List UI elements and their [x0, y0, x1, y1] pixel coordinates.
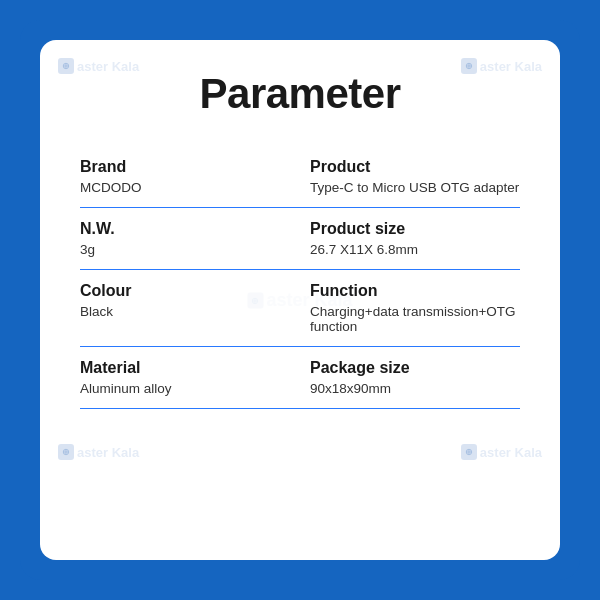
- param-cell-3: N.W.3g: [80, 208, 300, 270]
- params-grid: BrandMCDODOProductType-C to Micro USB OT…: [80, 146, 520, 409]
- param-value-1: MCDODO: [80, 180, 280, 195]
- param-cell-8: Package size90x18x90mm: [300, 347, 520, 409]
- param-label-5: Colour: [80, 282, 280, 300]
- param-label-4: Product size: [310, 220, 520, 238]
- param-label-1: Brand: [80, 158, 280, 176]
- parameter-card: ⊕ aster Kala ⊕ aster Kala ⊕ aster Kala ⊕…: [40, 40, 560, 560]
- param-label-8: Package size: [310, 359, 520, 377]
- param-cell-7: MaterialAluminum alloy: [80, 347, 300, 409]
- param-value-4: 26.7 X11X 6.8mm: [310, 242, 520, 257]
- param-label-6: Function: [310, 282, 520, 300]
- param-value-2: Type-C to Micro USB OTG adapter: [310, 180, 520, 195]
- param-label-3: N.W.: [80, 220, 280, 238]
- param-value-3: 3g: [80, 242, 280, 257]
- param-value-5: Black: [80, 304, 280, 319]
- param-cell-1: BrandMCDODO: [80, 146, 300, 208]
- param-cell-5: ColourBlack: [80, 270, 300, 347]
- watermark-icon-br: ⊕: [461, 444, 477, 460]
- param-value-8: 90x18x90mm: [310, 381, 520, 396]
- param-value-6: Charging+data transmission+OTG function: [310, 304, 520, 334]
- page-title: Parameter: [80, 70, 520, 118]
- watermark-bottom-left: ⊕ aster Kala: [58, 444, 139, 460]
- watermark-icon-tl: ⊕: [58, 58, 74, 74]
- watermark-bottom-right: ⊕ aster Kala: [461, 444, 542, 460]
- param-label-7: Material: [80, 359, 280, 377]
- watermark-icon-bl: ⊕: [58, 444, 74, 460]
- param-cell-4: Product size26.7 X11X 6.8mm: [300, 208, 520, 270]
- param-label-2: Product: [310, 158, 520, 176]
- outer-frame: ⊕ aster Kala ⊕ aster Kala ⊕ aster Kala ⊕…: [20, 20, 580, 580]
- param-cell-2: ProductType-C to Micro USB OTG adapter: [300, 146, 520, 208]
- param-value-7: Aluminum alloy: [80, 381, 280, 396]
- param-cell-6: FunctionCharging+data transmission+OTG f…: [300, 270, 520, 347]
